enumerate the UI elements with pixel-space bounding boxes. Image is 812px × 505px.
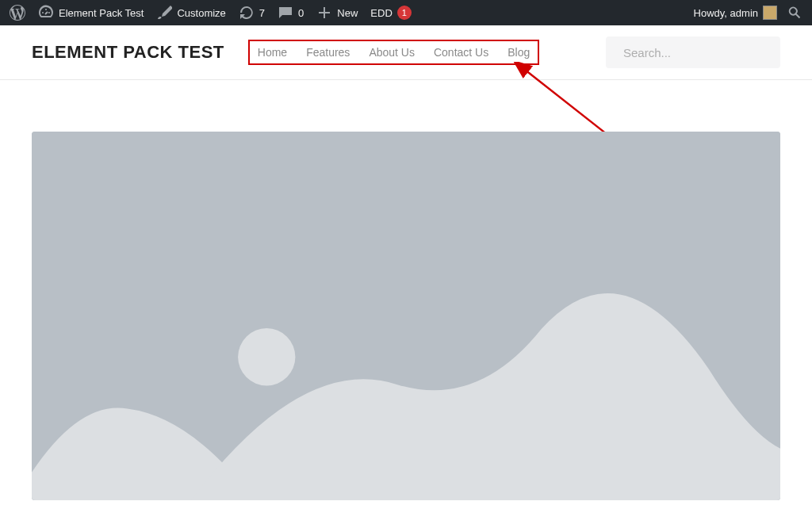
search-icon [787,5,802,21]
site-header: ELEMENT PACK TEST Home Features About Us… [0,25,812,79]
site-name-link[interactable]: Element Pack Test [32,0,150,25]
wp-admin-bar: Element Pack Test Customize 7 0 New [0,0,812,25]
edd-link[interactable]: EDD 1 [364,0,417,25]
new-link[interactable]: New [310,0,364,25]
new-text: New [337,7,358,19]
nav-contact-us[interactable]: Contact Us [434,46,488,59]
comment-icon [278,5,293,21]
customize-link[interactable]: Customize [150,0,232,25]
comments-count: 0 [298,7,304,19]
howdy-link[interactable]: Howdy, admin [688,0,783,25]
search-input[interactable] [623,46,774,59]
hero-image-placeholder [32,132,780,500]
comments-link[interactable]: 0 [271,0,310,25]
updates-count: 7 [259,7,265,19]
brush-icon [156,5,172,21]
admin-search[interactable] [783,0,806,25]
nav-home[interactable]: Home [258,46,287,59]
avatar [763,6,777,20]
plus-icon [316,5,332,21]
nav-about-us[interactable]: About Us [369,46,415,59]
wp-logo[interactable] [3,0,32,25]
content-area [0,80,812,500]
nav-blog[interactable]: Blog [508,46,530,59]
site-title[interactable]: ELEMENT PACK TEST [32,42,224,63]
search-box[interactable] [606,36,780,68]
howdy-text: Howdy, admin [694,7,758,19]
site-name-text: Element Pack Test [59,7,144,19]
main-nav: Home Features About Us Contact Us Blog [248,40,539,65]
updates-link[interactable]: 7 [232,0,271,25]
nav-features[interactable]: Features [306,46,350,59]
edd-badge: 1 [397,6,412,20]
admin-bar-right: Howdy, admin [688,0,806,25]
admin-bar-left: Element Pack Test Customize 7 0 New [3,0,418,25]
wordpress-icon [10,5,25,21]
customize-text: Customize [177,7,225,19]
dashboard-icon [38,5,54,21]
edd-text: EDD [370,7,392,19]
svg-point-5 [238,328,295,385]
site-header-wrap: ELEMENT PACK TEST Home Features About Us… [0,25,812,80]
updates-icon [239,5,255,21]
